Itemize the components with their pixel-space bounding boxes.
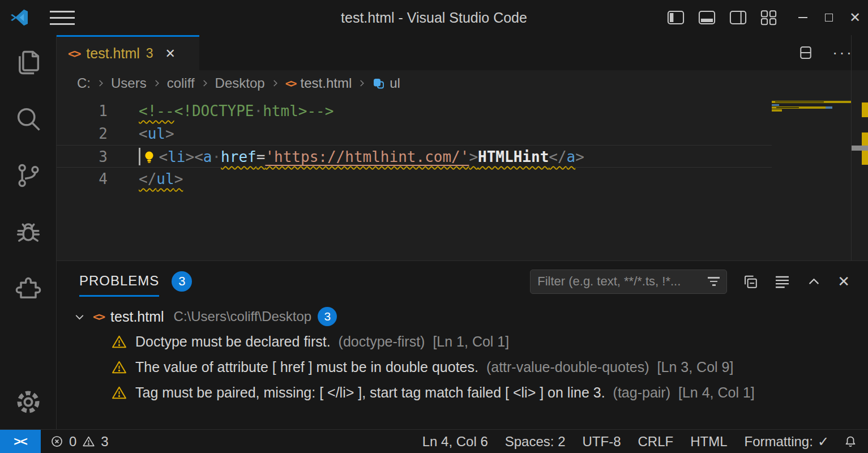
status-problems[interactable]: 0 3 <box>41 434 118 450</box>
status-formatting[interactable]: Formatting: ✓ <box>736 434 837 450</box>
view-as-list-icon[interactable] <box>774 273 790 290</box>
problem-message: Tag must be paired, missing: [ </li> ], … <box>135 384 605 401</box>
problem-rule: (attr-value-double-quotes) <box>486 359 649 375</box>
problems-filter-input[interactable] <box>537 274 703 289</box>
explorer-icon[interactable] <box>14 48 43 77</box>
problem-location: [Ln 4, Col 1] <box>678 384 755 401</box>
line-number[interactable]: 1 <box>57 100 108 122</box>
html-file-icon: <> <box>93 310 104 323</box>
notifications-bell-icon[interactable] <box>837 434 868 449</box>
problem-rule: (doctype-first) <box>339 334 425 350</box>
close-panel-icon[interactable]: ✕ <box>837 273 850 290</box>
status-language[interactable]: HTML <box>682 434 736 450</box>
problems-file-row[interactable]: <> test.html C:\Users\coliff\Desktop 3 <box>57 304 868 329</box>
chevron-right-icon <box>200 78 210 88</box>
problems-tree: <> test.html C:\Users\coliff\Desktop 3 D… <box>57 302 868 405</box>
minimize-button[interactable] <box>790 0 816 35</box>
menu-hamburger-icon[interactable] <box>50 11 75 25</box>
code-line-1[interactable]: 1 <!--<!DOCTYPE·html>--> <box>57 100 772 122</box>
warning-icon <box>82 434 96 448</box>
problems-file-name: test.html <box>110 309 164 325</box>
warning-icon <box>111 384 127 401</box>
status-indentation[interactable]: Spaces: 2 <box>497 434 574 450</box>
problems-file-path: C:\Users\coliff\Desktop <box>174 309 312 324</box>
status-cursor-position[interactable]: Ln 4, Col 6 <box>414 434 497 450</box>
problem-message: Doctype must be declared first. <box>135 334 331 350</box>
warning-icon <box>111 334 127 350</box>
chevron-right-icon <box>270 78 280 88</box>
problem-row-1[interactable]: Doctype must be declared first. (doctype… <box>57 329 868 354</box>
ruler-cursor-mark[interactable] <box>852 146 868 151</box>
toggle-secondary-sidebar-icon[interactable] <box>729 10 747 25</box>
minimap[interactable] <box>772 96 851 136</box>
code-line-3[interactable]: 3 <li><a·href='https://htmlhint.com/'>HT… <box>57 145 772 168</box>
html-file-icon: <> <box>68 47 80 61</box>
file-problems-badge: 3 <box>318 307 337 326</box>
manage-gear-icon[interactable] <box>14 387 43 417</box>
split-editor-icon[interactable] <box>797 44 814 61</box>
activity-bar <box>0 35 57 429</box>
chevron-right-icon <box>357 78 367 88</box>
run-and-debug-icon[interactable] <box>14 217 43 247</box>
warning-count: 3 <box>101 434 108 450</box>
chevron-right-icon <box>152 78 162 88</box>
check-icon: ✓ <box>818 434 829 450</box>
code-line-2[interactable]: 2 <ul> <box>57 122 772 145</box>
line-number[interactable]: 2 <box>57 122 108 145</box>
problem-location: [Ln 3, Col 9] <box>657 359 734 375</box>
breadcrumb-file[interactable]: <> test.html <box>285 75 352 91</box>
breadcrumb-coliff[interactable]: coliff <box>167 75 195 91</box>
filter-icon[interactable] <box>708 277 720 286</box>
tab-problems[interactable]: PROBLEMS 3 <box>79 271 192 292</box>
breadcrumb-drive[interactable]: C: <box>77 75 91 91</box>
warning-icon <box>111 359 127 375</box>
more-actions-icon[interactable]: ··· <box>832 44 853 62</box>
breadcrumb-users[interactable]: Users <box>111 75 147 91</box>
problems-filter-box <box>530 270 727 294</box>
overview-ruler <box>851 35 868 260</box>
breadcrumb-symbol-ul[interactable]: ul <box>372 75 400 91</box>
error-count: 0 <box>69 434 76 450</box>
toggle-primary-sidebar-icon[interactable] <box>667 10 685 25</box>
vscode-logo-icon <box>9 7 29 28</box>
problem-row-2[interactable]: The value of attribute [ href ] must be … <box>57 354 868 380</box>
problem-message: The value of attribute [ href ] must be … <box>135 359 478 375</box>
status-bar: >< 0 3 Ln 4, Col 6 Spaces: 2 UTF-8 CRLF … <box>0 429 868 453</box>
source-control-icon[interactable] <box>14 161 43 190</box>
symbol-element-icon <box>372 77 385 90</box>
tab-label: test.html <box>86 45 139 62</box>
problems-tab-label: PROBLEMS <box>79 273 159 290</box>
chevron-right-icon <box>96 78 106 88</box>
problem-row-3[interactable]: Tag must be paired, missing: [ </li> ], … <box>57 380 868 405</box>
code-editor[interactable]: 1 <!--<!DOCTYPE·html>--> 2 <ul> 3 <li><a… <box>57 96 772 260</box>
code-line-4[interactable]: 4 </ul> <box>57 168 772 190</box>
status-encoding[interactable]: UTF-8 <box>574 434 630 450</box>
tab-close-icon[interactable]: ✕ <box>165 46 176 61</box>
customize-layout-icon[interactable] <box>760 10 777 25</box>
chevron-down-icon[interactable] <box>72 310 87 324</box>
tab-problem-count: 3 <box>146 46 153 61</box>
title-bar: test.html - Visual Studio Code <box>0 0 868 35</box>
tab-bar: <> test.html 3 ✕ ··· <box>57 35 868 70</box>
text-cursor <box>139 148 140 165</box>
tab-test-html[interactable]: <> test.html 3 ✕ <box>57 35 199 70</box>
html-file-icon: <> <box>285 77 296 89</box>
breadcrumb-desktop[interactable]: Desktop <box>215 75 265 91</box>
error-icon <box>50 434 64 448</box>
remote-indicator[interactable]: >< <box>0 430 41 453</box>
close-window-button[interactable]: ✕ <box>842 0 868 35</box>
maximize-button[interactable] <box>816 0 842 35</box>
lightbulb-icon[interactable] <box>142 149 157 165</box>
breadcrumb: C: Users coliff Desktop <> test.html ul <box>57 70 868 96</box>
panel-header: PROBLEMS 3 <box>57 261 868 302</box>
problems-count-badge: 3 <box>172 271 192 292</box>
problem-location: [Ln 1, Col 1] <box>433 334 509 350</box>
collapse-all-icon[interactable] <box>742 273 759 290</box>
status-eol[interactable]: CRLF <box>630 434 682 450</box>
search-icon[interactable] <box>14 104 43 134</box>
line-number[interactable]: 3 <box>57 146 108 167</box>
toggle-panel-icon[interactable] <box>698 10 716 25</box>
extensions-icon[interactable] <box>14 274 43 304</box>
maximize-panel-icon[interactable] <box>806 273 822 290</box>
line-number[interactable]: 4 <box>57 168 108 190</box>
